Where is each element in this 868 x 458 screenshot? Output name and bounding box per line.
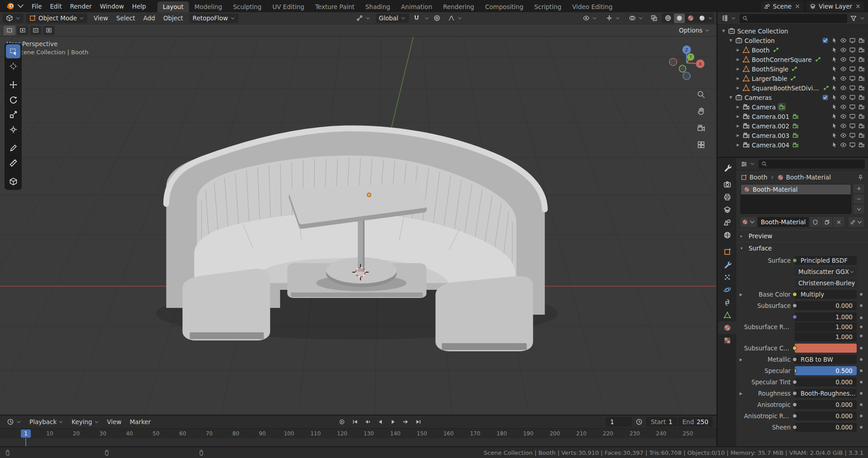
zoom-button[interactable] [697, 90, 706, 99]
shading-settings-caret-icon[interactable] [708, 16, 713, 21]
hand-button[interactable] [697, 107, 706, 116]
proportional-editing-toggle[interactable] [432, 14, 442, 23]
selectable-toggle[interactable] [830, 141, 839, 150]
number-field[interactable]: 0.000 [795, 411, 857, 420]
shading-wireframe-toggle[interactable] [663, 14, 674, 23]
workspace-tab-texture-paint[interactable]: Texture Paint [310, 1, 360, 12]
unlink-view-layer-icon[interactable] [855, 3, 861, 9]
workspace-tab-scripting[interactable]: Scripting [529, 1, 567, 12]
timeline-ruler[interactable]: 1 10203040506070809010011012013014015016… [0, 428, 716, 438]
workspace-tab-layout[interactable]: Layout [157, 1, 189, 12]
timeline-menu-view[interactable]: View [103, 418, 126, 425]
disable-in-render-toggle[interactable] [857, 131, 866, 140]
properties-tab-object-data[interactable] [718, 309, 736, 321]
properties-tab-particles[interactable] [718, 271, 736, 283]
breadcrumb-item-booth-material[interactable]: Booth-Material [777, 174, 831, 181]
selmode-new-toggle[interactable] [4, 26, 15, 35]
object-visibility-button[interactable] [579, 14, 600, 23]
properties-tab-render[interactable] [718, 178, 736, 191]
hide-toggle[interactable] [839, 141, 848, 150]
surface-panel-header[interactable]: ▾ Surface [736, 242, 868, 254]
play-button[interactable] [387, 417, 399, 427]
properties-tab-scene[interactable] [718, 216, 736, 229]
retopoflow-menu[interactable]: RetopoFlow [190, 14, 238, 23]
properties-tab-physics[interactable] [718, 283, 736, 296]
disclosure-triangle-icon[interactable]: ▶ [735, 133, 741, 137]
disclosure-triangle-icon[interactable]: ▶ [735, 143, 741, 147]
breadcrumb-item-booth[interactable]: Booth [740, 174, 768, 181]
selectable-toggle[interactable] [830, 74, 839, 83]
view-layer-selector[interactable]: View Layer [806, 1, 864, 11]
selmode-sub-toggle[interactable] [30, 26, 42, 35]
outliner-row-cameras[interactable]: ▼Cameras [717, 93, 868, 102]
new-material-button[interactable] [821, 217, 832, 227]
expander-icon[interactable]: ▶ [738, 358, 744, 362]
tool-rotate[interactable] [6, 93, 20, 107]
filter-icon[interactable] [850, 15, 857, 22]
selectable-toggle[interactable] [830, 36, 839, 45]
properties-tab-constraints[interactable] [718, 296, 736, 309]
disclosure-triangle-icon[interactable]: ▶ [735, 86, 741, 90]
workspace-tab-compositing[interactable]: Compositing [479, 1, 529, 12]
current-frame-field[interactable]: 1 [606, 417, 632, 427]
booth-model[interactable] [156, 127, 558, 351]
disable-in-render-toggle[interactable] [857, 141, 866, 150]
ortho-button[interactable] [697, 140, 706, 149]
xray-toggle[interactable] [649, 14, 659, 23]
dropdown-christensen-burley[interactable]: Christensen-Burley [795, 279, 857, 288]
disclosure-triangle-icon[interactable]: ▼ [727, 95, 734, 99]
fake-user-button[interactable] [810, 217, 821, 227]
orientation-selector[interactable]: Global [376, 14, 409, 23]
timeline-menu-playback[interactable]: Playback [25, 418, 67, 425]
browse-material-button[interactable] [740, 217, 757, 227]
properties-tab-material[interactable] [718, 321, 736, 334]
pin-icon[interactable] [857, 174, 864, 181]
timeline-track[interactable] [0, 438, 716, 446]
hide-toggle[interactable] [839, 84, 848, 93]
mode-selector[interactable]: Object Mode [26, 14, 87, 23]
exclude-checkbox[interactable] [821, 93, 830, 102]
node-socket[interactable] [792, 258, 797, 263]
3d-scene[interactable] [0, 37, 716, 415]
decorator-dot[interactable] [860, 369, 863, 372]
node-link-field[interactable]: RGB to BW [795, 355, 857, 364]
selectable-toggle[interactable] [830, 122, 839, 131]
overlays-button[interactable] [626, 14, 646, 23]
disable-in-viewport-toggle[interactable] [848, 74, 857, 83]
hide-toggle[interactable] [839, 93, 848, 102]
outliner-row-scene-collection[interactable]: ▼Scene Collection [717, 26, 868, 36]
frame-start-field[interactable]: Start 1 [646, 417, 677, 427]
tool-select-box[interactable] [6, 44, 20, 58]
properties-tab-object[interactable] [718, 246, 736, 258]
outliner-row-collection[interactable]: ▼Collection [717, 36, 868, 45]
play-reverse-button[interactable] [375, 417, 387, 427]
expander-icon[interactable]: ▶ [738, 293, 744, 297]
material-name-field[interactable]: Booth-Material [758, 217, 809, 227]
disclosure-triangle-icon[interactable]: ▼ [727, 38, 734, 42]
disable-in-viewport-toggle[interactable] [848, 131, 857, 140]
menu-edit[interactable]: Edit [46, 0, 66, 12]
hide-toggle[interactable] [839, 36, 848, 45]
disable-in-viewport-toggle[interactable] [848, 46, 857, 55]
shading-rendered-toggle[interactable] [697, 14, 707, 23]
decorator-dot[interactable] [860, 358, 863, 361]
filter-caret-icon[interactable] [860, 16, 865, 21]
disclosure-triangle-icon[interactable]: ▶ [735, 76, 741, 80]
hide-toggle[interactable] [839, 122, 848, 131]
playhead-line[interactable] [25, 438, 26, 446]
outliner-row-camera-004[interactable]: ▶Camera.004 [717, 140, 868, 150]
disable-in-viewport-toggle[interactable] [848, 141, 857, 150]
node-socket[interactable] [792, 357, 797, 362]
auto-keying-button[interactable] [336, 417, 348, 427]
node-socket[interactable] [792, 292, 797, 297]
properties-search[interactable] [759, 160, 865, 169]
playhead-badge[interactable]: 1 [21, 430, 31, 438]
properties-editor-type-button[interactable] [740, 159, 756, 169]
number-field[interactable]: 1.000 [795, 312, 857, 321]
node-socket[interactable] [792, 303, 797, 308]
shading-solid-toggle[interactable] [674, 14, 685, 23]
tool-transform[interactable] [6, 123, 20, 137]
workspace-tab-shading[interactable]: Shading [360, 1, 396, 12]
properties-tab-output[interactable] [718, 191, 736, 203]
workspace-tab-uv-editing[interactable]: UV Editing [267, 1, 309, 12]
